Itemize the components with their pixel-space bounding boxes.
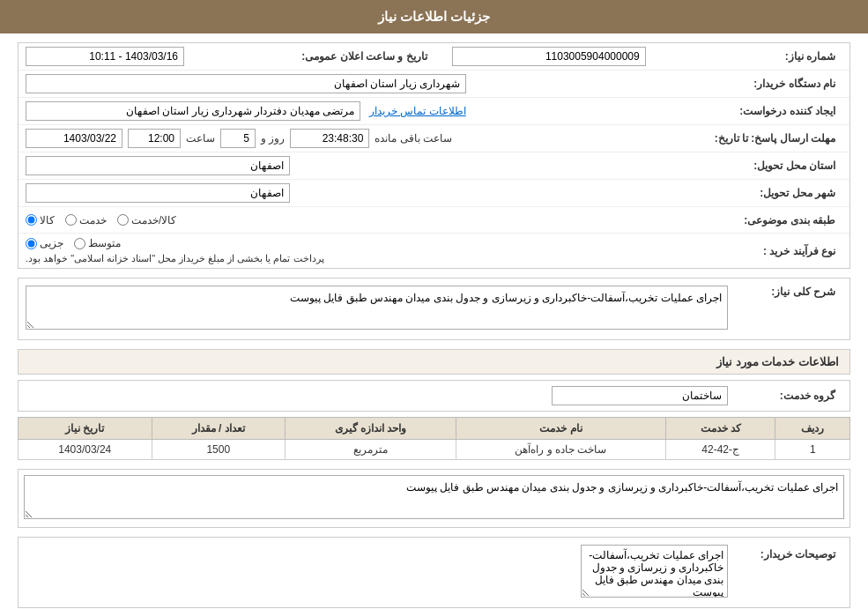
purchase-type-value-cell: متوسط جزیی پرداخت تمام یا بخشی از مبلغ خ… — [26, 237, 728, 264]
category-row: طبقه بندی موضوعی: کالا/خدمت خدمت کالا — [19, 207, 849, 234]
creator-row: ایجاد کننده درخواست: اطلاعات تماس خریدار — [19, 98, 849, 125]
page-header: جزئیات اطلاعات نیاز — [0, 0, 868, 33]
service-group-input[interactable] — [552, 386, 728, 405]
datetime-label: تاریخ و ساعت اعلان عمومی: — [301, 50, 434, 63]
content-area: شماره نیاز: تاریخ و ساعت اعلان عمومی: نا… — [0, 33, 868, 609]
day-label: روز و — [261, 132, 285, 145]
category-khadamat-radio[interactable] — [65, 214, 77, 226]
remaining-label: ساعت باقی مانده — [375, 132, 452, 145]
datetime-input[interactable] — [26, 47, 184, 66]
service-description-box: اجرای عملیات تخریب،آسفالت-خاکبرداری و زی… — [18, 469, 850, 528]
purchase-motavasset-label: متوسط — [88, 237, 121, 249]
city-label: شهر محل تحویل: — [728, 187, 842, 199]
col-unit: واحد اندازه گیری — [285, 418, 456, 440]
province-row: استان محل تحویل: — [19, 152, 849, 180]
purchase-warning: پرداخت تمام یا بخشی از مبلغ خریداز محل "… — [26, 253, 324, 264]
buyer-org-input[interactable] — [26, 74, 466, 93]
services-section-title: اطلاعات خدمات مورد نیاز — [18, 349, 850, 375]
creator-value-cell: اطلاعات تماس خریدار — [26, 101, 728, 121]
purchase-jozvi-item[interactable]: جزیی — [26, 237, 63, 249]
purchase-jozvi-radio[interactable] — [26, 238, 37, 249]
col-code: کد خدمت — [665, 418, 775, 440]
col-count: تعداد / مقدار — [152, 418, 285, 440]
need-number-label: شماره نیاز: — [728, 50, 842, 63]
category-kala-label: کالا — [40, 214, 55, 227]
page-container: جزئیات اطلاعات نیاز شماره نیاز: تاریخ و … — [0, 0, 868, 609]
province-label: استان محل تحویل: — [728, 160, 842, 172]
table-section: ردیف کد خدمت نام خدمت واحد اندازه گیری ت… — [18, 417, 850, 460]
time-input[interactable] — [128, 129, 181, 148]
category-kala-radio[interactable] — [26, 214, 37, 226]
remaining-input[interactable] — [290, 129, 369, 148]
cell-radif: 1 — [775, 440, 850, 460]
creator-label: ایجاد کننده درخواست: — [728, 105, 842, 117]
contact-link[interactable]: اطلاعات تماس خریدار — [369, 105, 466, 117]
creator-input[interactable] — [26, 101, 360, 121]
cell-unit: مترمربع — [285, 440, 456, 460]
buyer-org-row: نام دستگاه خریدار: — [19, 71, 849, 98]
category-kala-khadamat-item[interactable]: کالا/خدمت — [117, 214, 176, 227]
description-label: شرح کلی نیاز: — [728, 286, 842, 298]
buyer-desc-row: توصیحات خریدار: اجرای عملیات تخریب،آسفال… — [18, 537, 850, 608]
col-name: نام خدمت — [456, 418, 665, 440]
deadline-value-cell: ساعت باقی مانده روز و ساعت — [26, 129, 715, 148]
purchase-jozvi-label: جزیی — [40, 237, 63, 249]
category-kala-item[interactable]: کالا — [26, 214, 55, 227]
service-group-label: گروه خدمت: — [728, 390, 842, 402]
deadline-label: مهلت ارسال پاسخ: تا تاریخ: — [715, 132, 842, 145]
province-input[interactable] — [26, 156, 290, 175]
purchase-radio-group: متوسط جزیی — [26, 237, 121, 249]
time-label: ساعت — [186, 132, 215, 145]
category-kala-khadamat-label: کالا/خدمت — [131, 214, 176, 227]
city-input[interactable] — [26, 183, 290, 203]
table-row: 1 ج-42-42 ساخت جاده و راه‌آهن مترمربع 15… — [19, 440, 850, 460]
buyer-org-value-cell — [26, 74, 728, 93]
buyer-org-label: نام دستگاه خریدار: — [728, 78, 842, 90]
datetime-value-cell — [26, 47, 301, 66]
date-input[interactable] — [26, 129, 122, 148]
deadline-inputs: ساعت باقی مانده روز و ساعت — [26, 129, 452, 148]
service-description-textarea[interactable]: اجرای عملیات تخریب،آسفالت-خاکبرداری و زی… — [24, 475, 844, 519]
category-kala-khadamat-radio[interactable] — [117, 214, 129, 226]
purchase-motavasset-item[interactable]: متوسط — [74, 237, 121, 249]
purchase-type-row: نوع فرآیند خرید : متوسط جزیی پرداخت تمام… — [19, 234, 849, 268]
category-value-cell: کالا/خدمت خدمت کالا — [26, 214, 728, 227]
category-label: طبقه بندی موضوعی: — [728, 214, 842, 227]
description-value-cell: اجرای عملیات تخریب،آسفالت-خاکبرداری و زی… — [26, 286, 728, 332]
description-section: شرح کلی نیاز: اجرای عملیات تخریب،آسفالت-… — [18, 278, 850, 340]
days-input[interactable] — [220, 129, 256, 148]
category-radio-group: کالا/خدمت خدمت کالا — [26, 214, 176, 227]
purchase-motavasset-radio[interactable] — [74, 238, 85, 249]
deadline-row: مهلت ارسال پاسخ: تا تاریخ: ساعت باقی مان… — [19, 125, 849, 152]
city-row: شهر محل تحویل: — [19, 180, 849, 207]
buyer-desc-value-cell: اجرای عملیات تخریب،آسفالت-خاکبرداری و زی… — [26, 545, 728, 600]
services-table: ردیف کد خدمت نام خدمت واحد اندازه گیری ت… — [18, 417, 850, 460]
buyer-desc-textarea[interactable]: اجرای عملیات تخریب،آسفالت-خاکبرداری و زی… — [581, 545, 728, 598]
purchase-type-label: نوع فرآیند خرید : — [728, 245, 842, 257]
cell-name: ساخت جاده و راه‌آهن — [456, 440, 665, 460]
col-date: تاریخ نیاز — [19, 418, 152, 440]
service-group-row: گروه خدمت: — [18, 380, 850, 412]
page-title: جزئیات اطلاعات نیاز — [378, 9, 490, 24]
need-number-value-cell — [452, 47, 728, 66]
general-section: شماره نیاز: تاریخ و ساعت اعلان عمومی: نا… — [18, 42, 850, 269]
cell-date: 1403/03/24 — [19, 440, 152, 460]
description-textarea[interactable]: اجرای عملیات تخریب،آسفالت-خاکبرداری و زی… — [26, 286, 728, 330]
cell-count: 1500 — [152, 440, 285, 460]
city-value-cell — [26, 183, 728, 203]
col-radif: ردیف — [775, 418, 850, 440]
need-number-row: شماره نیاز: تاریخ و ساعت اعلان عمومی: — [19, 43, 849, 71]
buyer-desc-label: توصیحات خریدار: — [728, 545, 842, 561]
need-number-input[interactable] — [452, 47, 646, 66]
cell-code: ج-42-42 — [665, 440, 775, 460]
category-khadamat-item[interactable]: خدمت — [65, 214, 107, 227]
service-group-value-cell — [26, 386, 728, 405]
province-value-cell — [26, 156, 728, 175]
category-khadamat-label: خدمت — [79, 214, 107, 227]
